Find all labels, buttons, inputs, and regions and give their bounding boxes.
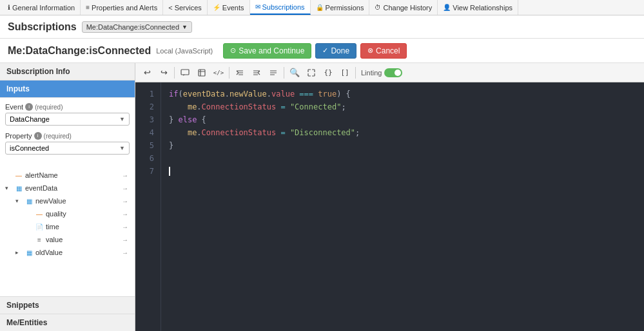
oldvalue-icon: ▦ bbox=[24, 248, 34, 257]
nav-permissions[interactable]: 🔒 Permissions bbox=[311, 0, 370, 15]
expand-icon: ▾ bbox=[15, 198, 23, 204]
arrow-right-icon: → bbox=[122, 211, 128, 218]
events-icon: ⚡ bbox=[213, 4, 220, 11]
linting-toggle[interactable] bbox=[384, 68, 402, 77]
list-item[interactable]: — alertName → bbox=[0, 169, 135, 182]
alertname-icon: — bbox=[14, 171, 23, 180]
list-item[interactable]: ▾ ▦ newValue → bbox=[0, 194, 135, 207]
comment-button[interactable] bbox=[177, 66, 193, 80]
braces-button[interactable]: {} bbox=[320, 66, 336, 80]
subscriptions-header: Subscriptions Me:DataChange:isConnected … bbox=[0, 15, 644, 39]
cancel-icon: ⊗ bbox=[367, 46, 373, 55]
checkmark-icon: ✓ bbox=[322, 46, 328, 55]
permissions-icon: 🔒 bbox=[316, 4, 324, 11]
editor-area: ↩ ↪ </> 🔍 {} bbox=[135, 63, 644, 331]
code-content[interactable]: if(eventData.newValue.value === true) { … bbox=[161, 82, 644, 331]
change-history-icon: ⏱ bbox=[375, 4, 381, 11]
me-entities-section[interactable]: Me/Entities bbox=[0, 314, 135, 331]
indent-left-button[interactable] bbox=[232, 66, 248, 80]
arrow-right-icon: → bbox=[122, 172, 128, 179]
list-item[interactable]: ▾ ▦ eventData → bbox=[0, 182, 135, 194]
general-icon: ℹ bbox=[8, 4, 10, 11]
arrow-right-icon: → bbox=[122, 198, 128, 205]
relationships-icon: 👤 bbox=[443, 4, 451, 11]
cancel-button[interactable]: ⊗ Cancel bbox=[360, 43, 407, 59]
code-editor[interactable]: 1 2 3 4 5 6 7 if(eventData.newValue.valu… bbox=[135, 82, 644, 331]
undo-button[interactable]: ↩ bbox=[139, 66, 155, 80]
snippet-button[interactable] bbox=[194, 66, 210, 80]
snippets-section[interactable]: Snippets bbox=[0, 296, 135, 314]
done-button[interactable]: ✓ Done bbox=[315, 43, 356, 59]
newvalue-icon: ▦ bbox=[24, 196, 34, 205]
arrow-right-icon: → bbox=[122, 185, 128, 192]
expand-icon: ▸ bbox=[15, 249, 23, 256]
quality-icon: — bbox=[35, 209, 44, 218]
title-row: Me:DataChange:isConnected Local (JavaScr… bbox=[0, 39, 644, 63]
toolbar-separator-3 bbox=[284, 67, 284, 79]
event-label: Event i (required) bbox=[5, 103, 130, 111]
nav-services[interactable]: < Services bbox=[163, 0, 208, 15]
inputs-header[interactable]: Inputs bbox=[0, 80, 135, 98]
nav-view-relationships[interactable]: 👤 View Relationships bbox=[438, 0, 518, 15]
list-item[interactable]: 📄 time → bbox=[0, 220, 135, 233]
subscription-info-header[interactable]: Subscription Info bbox=[0, 63, 135, 80]
list-item[interactable]: — quality → bbox=[0, 207, 135, 220]
nav-change-history[interactable]: ⏱ Change History bbox=[369, 0, 438, 15]
arrow-right-icon: → bbox=[122, 236, 128, 243]
property-info-icon[interactable]: i bbox=[34, 132, 42, 140]
event-info-icon[interactable]: i bbox=[25, 103, 33, 111]
editor-toolbar: ↩ ↪ </> 🔍 {} bbox=[135, 63, 644, 82]
event-field-group: Event i (required) DataChange ▼ bbox=[5, 103, 130, 126]
subscriptions-icon: ✉ bbox=[255, 3, 260, 10]
linting-badge: Linting bbox=[361, 68, 402, 77]
subscriptions-title: Subscriptions bbox=[8, 21, 77, 33]
list-item[interactable]: ≡ value → bbox=[0, 233, 135, 246]
property-select[interactable]: isConnected ▼ bbox=[5, 142, 130, 155]
property-dropdown-icon: ▼ bbox=[119, 145, 125, 151]
align-button[interactable] bbox=[266, 66, 281, 80]
list-item[interactable]: ▸ ▦ oldValue → bbox=[0, 246, 135, 259]
tree-section: — alertName → ▾ ▦ eventData → ▾ ▦ newVal… bbox=[0, 166, 135, 261]
expand-button[interactable] bbox=[304, 66, 319, 80]
toolbar-separator bbox=[174, 67, 175, 79]
properties-icon: ≡ bbox=[86, 4, 90, 11]
top-navigation: ℹ General Information ≡ Properties and A… bbox=[0, 0, 644, 15]
chevron-down-icon: ▼ bbox=[182, 24, 188, 30]
inputs-section: Event i (required) DataChange ▼ Property… bbox=[0, 98, 135, 166]
eventdata-icon: ▦ bbox=[14, 184, 23, 193]
toolbar-separator-2 bbox=[229, 67, 229, 79]
event-select[interactable]: DataChange ▼ bbox=[5, 113, 130, 126]
arrow-right-icon: → bbox=[122, 249, 128, 256]
main-content: Subscription Info Inputs Event i (requir… bbox=[0, 63, 644, 331]
property-label: Property i (required) bbox=[5, 132, 130, 140]
sidebar: Subscription Info Inputs Event i (requir… bbox=[0, 63, 135, 331]
arrow-right-icon: → bbox=[122, 223, 128, 231]
nav-events[interactable]: ⚡ Events bbox=[208, 0, 250, 15]
brackets-button[interactable]: [] bbox=[337, 66, 353, 80]
expand-icon: ▾ bbox=[5, 185, 13, 191]
redo-button[interactable]: ↪ bbox=[156, 66, 171, 80]
local-badge: Local (JavaScript) bbox=[156, 47, 213, 55]
toolbar-separator-4 bbox=[355, 67, 356, 79]
indent-right-button[interactable] bbox=[249, 66, 264, 80]
svg-rect-1 bbox=[199, 70, 205, 76]
value-icon: ≡ bbox=[35, 235, 44, 244]
nav-general[interactable]: ℹ General Information bbox=[3, 0, 81, 15]
time-icon: 📄 bbox=[35, 222, 44, 231]
property-field-group: Property i (required) isConnected ▼ bbox=[5, 132, 130, 155]
code-view-button[interactable]: </> bbox=[211, 66, 226, 80]
line-numbers: 1 2 3 4 5 6 7 bbox=[135, 82, 161, 331]
save-continue-button[interactable]: ⊙ Save and Continue bbox=[223, 43, 311, 59]
nav-properties[interactable]: ≡ Properties and Alerts bbox=[81, 0, 163, 15]
page-title: Me:DataChange:isConnected bbox=[8, 45, 151, 57]
subscription-dropdown[interactable]: Me:DataChange:isConnected ▼ bbox=[82, 21, 192, 33]
search-button[interactable]: 🔍 bbox=[287, 66, 302, 80]
svg-rect-0 bbox=[181, 70, 189, 75]
event-dropdown-icon: ▼ bbox=[119, 116, 125, 122]
nav-subscriptions[interactable]: ✉ Subscriptions bbox=[250, 0, 311, 15]
save-icon: ⊙ bbox=[230, 46, 236, 55]
